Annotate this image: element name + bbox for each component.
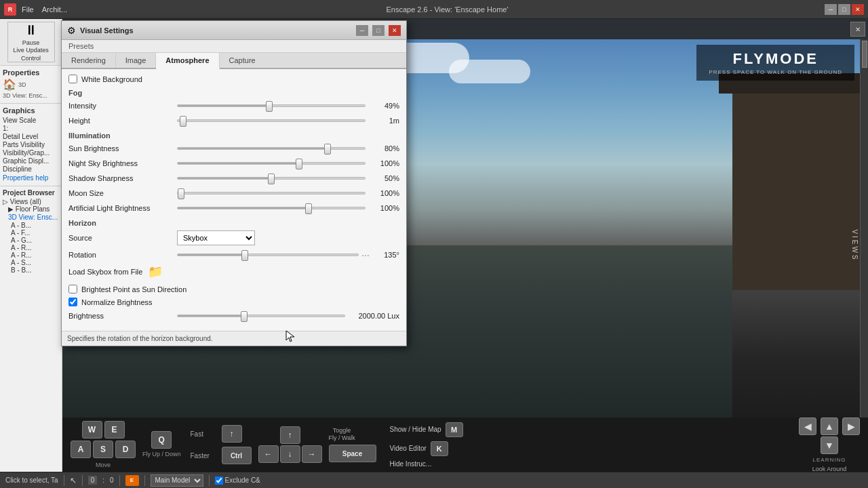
look-around-label: Look Around xyxy=(812,466,847,472)
rotation-thumb[interactable] xyxy=(241,250,248,261)
arrow-right-btn[interactable]: → xyxy=(302,445,322,463)
normalize-checkbox[interactable] xyxy=(68,298,77,306)
floor-item-2[interactable]: A - F... xyxy=(3,229,59,237)
discipline-item[interactable]: Discipline xyxy=(3,165,59,173)
art-light-thumb[interactable] xyxy=(305,203,312,214)
pause-live-updates-btn[interactable]: ⏸ Pause Live Updates Control xyxy=(7,22,55,62)
sun-brightness-slider[interactable] xyxy=(177,143,366,154)
moon-size-slider[interactable] xyxy=(177,188,366,199)
views-tree-item[interactable]: ▷ Views (all) xyxy=(3,198,59,205)
shadow-sharpness-thumb[interactable] xyxy=(268,174,275,184)
exclude-checkbox-label[interactable]: Exclude C& xyxy=(215,476,260,485)
dialog-title: Visual Settings xyxy=(80,26,352,35)
shadow-sharpness-slider[interactable] xyxy=(177,173,366,184)
floor-plans-tree-item[interactable]: ▶ Floor Plans xyxy=(3,205,59,213)
shadow-sharpness-label: Shadow Sharpness xyxy=(68,174,177,182)
d-key[interactable]: D xyxy=(115,441,136,458)
a-key[interactable]: A xyxy=(71,441,91,458)
floor-item-5[interactable]: A - R... xyxy=(3,251,59,259)
maximize-btn[interactable]: □ xyxy=(838,4,850,15)
tab-rendering[interactable]: Rendering xyxy=(62,53,116,68)
minimize-btn[interactable]: ─ xyxy=(825,4,837,15)
s-key[interactable]: S xyxy=(93,441,113,458)
dialog-restore-btn[interactable]: □ xyxy=(372,25,384,36)
graphic-disp-item[interactable]: Graphic Displ... xyxy=(3,157,59,165)
dialog-content: White Background Fog Intensity 49% xyxy=(62,69,406,331)
exclude-checkbox[interactable] xyxy=(215,476,223,485)
w-key[interactable]: W xyxy=(82,421,102,439)
folder-icon[interactable]: 📁 xyxy=(148,264,163,279)
arrow-up-btn[interactable]: ↑ xyxy=(280,426,300,444)
close-main-btn[interactable]: ✕ xyxy=(852,4,864,15)
detail-level-item[interactable]: Detail Level xyxy=(3,133,59,140)
cursor-icon: ↖ xyxy=(70,476,77,485)
dialog-tabs: Rendering Image Atmosphere Capture xyxy=(62,53,406,69)
tab-capture[interactable]: Capture xyxy=(220,53,265,68)
dialog-status-text: Specifies the rotation of the horizon ba… xyxy=(67,335,213,342)
floor-item-4[interactable]: A - R... xyxy=(3,244,59,251)
dialog-titlebar[interactable]: ⚙ Visual Settings ─ □ ✕ xyxy=(62,21,406,40)
brightest-point-label: Brightest Point as Sun Direction xyxy=(81,285,186,293)
normalize-row: Normalize Brightness xyxy=(68,298,399,306)
show-hide-map-label: Show / Hide Map xyxy=(390,426,441,433)
floor-item-3[interactable]: A - G... xyxy=(3,237,59,244)
brightness-thumb[interactable] xyxy=(241,311,248,322)
rotation-slider[interactable] xyxy=(177,249,359,260)
view-scale-item[interactable]: View Scale xyxy=(3,117,59,124)
properties-help-link[interactable]: Properties help xyxy=(3,174,59,182)
white-background-row: White Background xyxy=(68,75,399,83)
parts-visibility-item[interactable]: Parts Visibility xyxy=(3,141,59,148)
app-menu-architect[interactable]: Archit... xyxy=(39,5,70,14)
art-light-slider[interactable] xyxy=(177,203,366,214)
scale-value-item: 1: xyxy=(3,125,59,132)
app-menu-item[interactable]: File xyxy=(19,5,37,14)
nav-bottom-bar: W E A S D Move Q xyxy=(62,418,868,472)
floor-item-7[interactable]: B - B... xyxy=(3,266,59,274)
m-key[interactable]: M xyxy=(446,422,463,437)
visibility-item[interactable]: Visibility/Grap... xyxy=(3,149,59,157)
white-background-checkbox[interactable] xyxy=(68,75,77,83)
floor-item-1[interactable]: A - B... xyxy=(3,222,59,229)
fog-height-thumb[interactable] xyxy=(180,116,186,127)
building-wall xyxy=(732,87,868,290)
moon-size-label: Moon Size xyxy=(68,189,177,197)
arrow-left-btn[interactable]: ← xyxy=(258,445,279,463)
fog-height-value: 1m xyxy=(366,117,399,125)
e-key[interactable]: E xyxy=(104,421,125,439)
moon-size-thumb[interactable] xyxy=(178,188,184,199)
fog-height-slider[interactable] xyxy=(177,115,366,126)
night-sky-slider[interactable] xyxy=(177,158,366,169)
night-sky-row: Night Sky Brightness 100% xyxy=(68,158,399,169)
window-controls: ─ □ ✕ xyxy=(825,4,864,15)
dialog-minimize-btn[interactable]: ─ xyxy=(356,25,368,36)
main-model-select[interactable]: Main Model xyxy=(151,474,203,487)
fog-intensity-thumb[interactable] xyxy=(266,101,273,112)
up-arrow-key[interactable]: ↑ xyxy=(222,425,242,443)
viewport-scrollbar[interactable] xyxy=(860,39,868,418)
tab-atmosphere[interactable]: Atmosphere xyxy=(156,53,219,69)
space-key[interactable]: Space xyxy=(329,445,376,462)
dialog-close-btn[interactable]: ✕ xyxy=(389,25,401,36)
q-key[interactable]: Q xyxy=(151,431,172,449)
arrow-cluster: ↑ ← ↓ → xyxy=(258,426,322,463)
arrow-down-btn[interactable]: ↓ xyxy=(280,445,300,463)
flymode-subtitle: PRESS SPACE TO WALK ON THE GROUND xyxy=(709,69,842,75)
3d-view-icon: 🏠 3D xyxy=(3,78,59,91)
moon-size-value: 100% xyxy=(366,189,399,197)
hide-instructions-label: Hide Instruc... xyxy=(390,460,432,468)
brightest-point-checkbox[interactable] xyxy=(68,285,77,293)
k-key[interactable]: K xyxy=(431,441,448,456)
ctrl-key[interactable]: Ctrl xyxy=(222,447,252,464)
view-3d-tree-item[interactable]: 3D View: Ensc... xyxy=(3,214,59,221)
viewport-close-btn[interactable]: ✕ xyxy=(850,22,865,37)
brightness-slider[interactable] xyxy=(177,310,345,321)
fog-section-header: Fog xyxy=(68,89,399,97)
fog-height-row: Height 1m xyxy=(68,115,399,126)
sun-brightness-thumb[interactable] xyxy=(324,144,331,155)
tab-image[interactable]: Image xyxy=(116,53,157,68)
fog-intensity-slider[interactable] xyxy=(177,100,366,111)
source-select[interactable]: Skybox Color None xyxy=(177,230,255,245)
fog-height-label: Height xyxy=(68,117,177,125)
floor-item-6[interactable]: A - S... xyxy=(3,259,59,266)
night-sky-thumb[interactable] xyxy=(296,159,302,169)
